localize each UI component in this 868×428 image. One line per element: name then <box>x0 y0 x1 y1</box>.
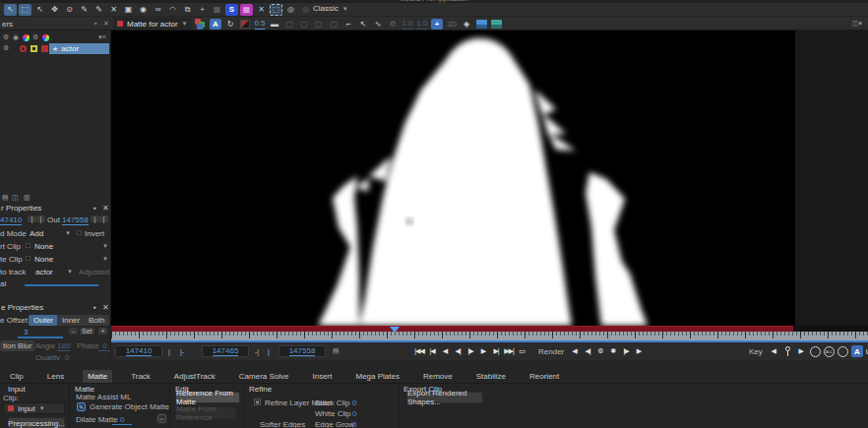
chevron-down-icon[interactable]: ▼ <box>102 256 108 262</box>
layer-spline-color-chip[interactable] <box>31 45 37 54</box>
tab-clip[interactable]: Clip <box>5 370 29 383</box>
grid-icon[interactable]: ▦ <box>211 4 223 16</box>
render-step-back-button[interactable]: ◀| <box>582 345 593 357</box>
autokey-button[interactable]: A <box>851 345 863 357</box>
layer-matte-color-chip[interactable] <box>41 45 48 54</box>
show-mattes-icon[interactable]: A <box>210 19 221 30</box>
panel-close-icon[interactable]: ✕ <box>103 20 109 28</box>
link-to-track-value[interactable]: actor <box>35 268 53 276</box>
in-open-button[interactable]: | <box>166 345 172 357</box>
tab-mega-plates[interactable]: Mega Plates <box>351 370 404 383</box>
uberkey-prev-icon[interactable]: ◌ <box>810 346 821 357</box>
panel-close-icon[interactable]: ✕ <box>102 303 109 312</box>
viewer-canvas[interactable] <box>111 31 795 326</box>
scale-value[interactable]: 1.0 <box>416 19 428 30</box>
create-xspline-tool[interactable]: ✕ <box>107 4 120 16</box>
tab-lens[interactable]: Lens <box>42 370 69 383</box>
offset-inner-button[interactable]: Inner <box>57 315 85 326</box>
panel-dock-icon[interactable]: ▪ <box>93 204 96 213</box>
panel-layout-icon-3[interactable]: ▥ <box>24 194 31 202</box>
transform-tool[interactable]: ⧉ <box>181 4 194 16</box>
workspace-dropdown[interactable]: Classic ▼ <box>313 4 348 13</box>
panel-layout-icon-1[interactable]: ▤ <box>2 194 9 202</box>
render-play-button[interactable]: ▶ <box>633 345 645 357</box>
selection-box-icon[interactable]: ⬚ <box>270 4 282 16</box>
tab-camera-solve[interactable]: Camera Solve <box>234 370 294 383</box>
image-view-a-icon[interactable] <box>475 19 487 30</box>
gem-icon[interactable]: ◈ <box>461 19 472 30</box>
uberkey-all-icon[interactable]: ALL <box>824 346 835 357</box>
view-clip-dropdown[interactable]: Matte for actor ▼ <box>113 18 192 30</box>
blend-mode-value[interactable]: Add <box>30 229 43 238</box>
tab-stabilize[interactable]: Stabilize <box>471 370 511 383</box>
render-cache-button[interactable]: ✱ <box>607 345 619 357</box>
create-rect-spline-tool[interactable]: ▣ <box>122 4 135 16</box>
timecode-toggle-icon[interactable]: ▤ <box>331 345 341 357</box>
layers-lock-icon[interactable]: ◉ <box>13 33 19 41</box>
tab-insert[interactable]: Insert <box>307 370 337 383</box>
layer-colors-icon[interactable] <box>195 19 207 30</box>
select-tool[interactable]: ↖ <box>4 4 17 16</box>
proxy-grid-icon[interactable]: ▦ <box>240 4 253 16</box>
dilate-link-icon[interactable]: ∞ <box>157 414 166 423</box>
phase-value[interactable]: 0 <box>98 341 110 351</box>
add-point-xspline-tool[interactable]: ✎ <box>78 4 91 16</box>
snap-corners-icon[interactable]: ✕ <box>255 4 268 16</box>
layer-visibility-icon[interactable] <box>20 45 27 54</box>
zoom-level-value[interactable]: 1.0 <box>402 19 413 30</box>
out-bracket-button[interactable]: | <box>91 215 99 222</box>
out-bracket2-button[interactable]: | <box>99 215 108 222</box>
matte-view-icon[interactable] <box>239 19 251 30</box>
render-reverse-button[interactable]: ◀· <box>569 345 581 357</box>
input-clip-dropdown[interactable]: Input ▼ <box>3 402 65 414</box>
export-rendered-shapes-button[interactable]: Export Rendered Shapes... <box>406 392 483 403</box>
set-in-button[interactable]: |- <box>178 345 186 357</box>
panel-layout-icon-2[interactable]: ◫ <box>12 194 19 202</box>
go-to-end-button[interactable]: ▶▶| <box>503 345 515 357</box>
matte-clip-value[interactable]: None <box>34 255 53 264</box>
layers-colorwheel-icon[interactable] <box>23 34 30 43</box>
next-key-button[interactable]: ▶ <box>795 345 807 357</box>
go-to-start-button[interactable]: |◀◀ <box>413 345 425 357</box>
chevron-down-icon[interactable]: ▼ <box>102 243 108 249</box>
white-clip-value[interactable]: 0 <box>352 409 356 418</box>
image-view-b-icon[interactable] <box>490 19 502 30</box>
insert-clip-value[interactable]: None <box>34 242 53 251</box>
chevron-down-icon[interactable]: ▼ <box>67 269 73 275</box>
link-tool[interactable]: ∞ <box>152 4 164 16</box>
reference-from-matte-button[interactable]: Reference From Matte <box>175 392 240 403</box>
play-button[interactable]: ▶ <box>477 345 489 357</box>
panel-dock-icon[interactable]: ▪ <box>93 303 96 312</box>
play-reverse-button[interactable]: ◀ <box>439 345 451 357</box>
layers-gear-icon[interactable]: ⚙ <box>3 33 9 41</box>
edge-grow-value[interactable]: 0 <box>352 420 356 428</box>
overlay-icon-1[interactable]: ▢ <box>283 19 295 30</box>
in-bracket-button[interactable]: | <box>28 215 36 222</box>
edge-offset-slider[interactable] <box>18 336 63 338</box>
offset-plus-button[interactable]: + <box>98 328 107 335</box>
target-icon[interactable]: ◎ <box>284 4 297 16</box>
angle-value[interactable]: 180 <box>57 341 70 351</box>
preprocessing-button[interactable]: Preprocessing... <box>8 417 65 428</box>
timeline-ruler[interactable] <box>111 332 868 342</box>
layers-colorwheel2-icon[interactable] <box>42 34 49 43</box>
create-ellipse-spline-tool[interactable]: ◉ <box>137 4 150 16</box>
out-open-button[interactable]: | <box>266 345 272 357</box>
stabilize-view-icon[interactable]: S <box>225 4 238 16</box>
motion-blur-button[interactable]: tion Blur <box>0 340 34 351</box>
refine-layer-matte-checkbox[interactable]: ✕ <box>254 398 261 405</box>
gear-icon[interactable]: ⚙ <box>387 19 399 30</box>
loop-button[interactable]: ▭ <box>516 345 527 357</box>
offset-minus-button[interactable]: - <box>69 328 78 335</box>
current-frame-field[interactable]: 147465 <box>202 345 249 357</box>
overlay-icon-3[interactable]: ▢ <box>313 19 325 30</box>
in-frame-field[interactable]: 147410 <box>115 345 162 357</box>
invert-checkbox[interactable] <box>77 230 82 235</box>
generate-object-matte-button[interactable]: Generate Object Matte <box>90 402 169 411</box>
out-frame-field[interactable]: 147558 <box>279 345 326 357</box>
viewer-panel-menu-icon[interactable]: ◫▾ <box>852 20 862 28</box>
waveform-icon[interactable]: ∿ <box>372 19 384 30</box>
corner-pin-icon[interactable]: ⌐ <box>342 19 354 30</box>
offset-set-button[interactable]: Set <box>80 328 94 335</box>
offset-both-button[interactable]: Both <box>84 315 109 326</box>
